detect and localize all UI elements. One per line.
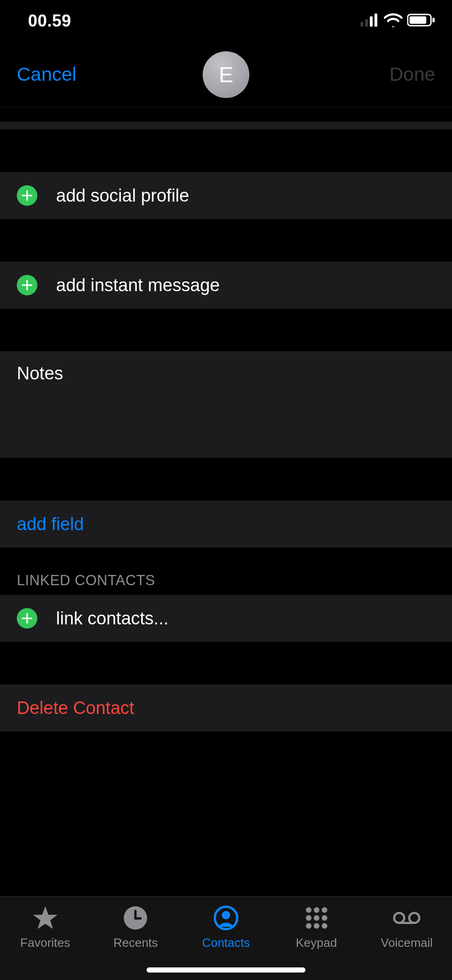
cancel-button[interactable]: Cancel	[17, 63, 77, 85]
person-icon	[212, 905, 240, 931]
tab-favorites[interactable]: Favorites	[3, 905, 87, 950]
svg-point-13	[306, 915, 311, 921]
add-social-profile-row[interactable]: add social profile	[0, 172, 452, 219]
add-instant-message-row[interactable]: add instant message	[0, 261, 452, 309]
previous-section-bottom	[0, 121, 452, 130]
tab-label: Contacts	[202, 936, 250, 950]
plus-icon	[17, 185, 37, 206]
tab-recents[interactable]: Recents	[93, 905, 177, 950]
svg-rect-5	[410, 16, 426, 24]
svg-point-11	[314, 907, 319, 913]
row-label: add instant message	[56, 275, 220, 295]
svg-rect-3	[374, 14, 377, 27]
svg-rect-1	[365, 19, 368, 27]
row-label: Delete Contact	[17, 698, 134, 718]
link-contacts-row[interactable]: link contacts...	[0, 595, 452, 642]
delete-contact-row[interactable]: Delete Contact	[0, 684, 452, 732]
battery-icon	[407, 14, 435, 28]
svg-point-20	[410, 913, 420, 923]
avatar-initial: E	[219, 62, 233, 87]
status-indicators	[360, 13, 435, 29]
voicemail-icon	[393, 905, 421, 931]
svg-point-9	[222, 911, 230, 919]
linked-contacts-header: LINKED CONTACTS	[0, 548, 452, 595]
svg-point-10	[306, 907, 311, 913]
row-label: add social profile	[56, 186, 189, 206]
contact-avatar[interactable]: E	[203, 51, 249, 98]
star-icon	[31, 905, 59, 931]
row-label: add field	[17, 514, 84, 534]
edit-contact-form: add social profile add instant message N…	[0, 107, 452, 896]
notes-field[interactable]: Notes	[0, 351, 452, 458]
tab-label: Keypad	[296, 936, 337, 950]
plus-icon	[17, 275, 37, 295]
nav-bar: Cancel E Done	[0, 42, 452, 107]
svg-rect-2	[370, 16, 373, 27]
svg-point-16	[306, 923, 311, 929]
svg-rect-0	[360, 22, 363, 27]
status-time: 00.59	[28, 11, 71, 31]
svg-point-17	[314, 923, 319, 929]
svg-point-14	[314, 915, 319, 921]
tab-label: Recents	[113, 936, 158, 950]
notes-label: Notes	[17, 364, 63, 384]
cellular-icon	[360, 14, 379, 28]
wifi-icon	[384, 13, 403, 29]
tab-label: Favorites	[20, 936, 70, 950]
svg-point-19	[394, 913, 404, 923]
svg-point-15	[322, 915, 327, 921]
keypad-icon	[303, 905, 331, 931]
plus-icon	[17, 608, 37, 629]
add-field-row[interactable]: add field	[0, 500, 452, 548]
done-button[interactable]: Done	[389, 63, 435, 85]
row-label: link contacts...	[56, 609, 169, 629]
clock-icon	[121, 905, 149, 931]
tab-keypad[interactable]: Keypad	[275, 905, 359, 950]
tab-contacts[interactable]: Contacts	[184, 905, 268, 950]
svg-point-12	[322, 907, 327, 913]
tab-voicemail[interactable]: Voicemail	[365, 905, 449, 950]
svg-point-18	[322, 923, 327, 929]
tab-label: Voicemail	[381, 936, 433, 950]
svg-rect-6	[432, 18, 435, 22]
status-bar: 00.59	[0, 0, 452, 42]
home-indicator[interactable]	[147, 967, 305, 973]
